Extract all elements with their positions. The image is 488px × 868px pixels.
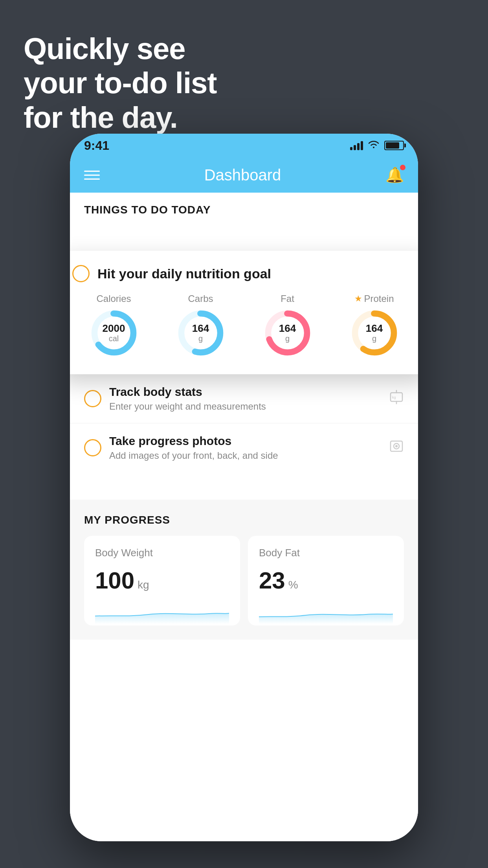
carbs-value: 164 (192, 323, 209, 334)
body-fat-title: Body Fat (259, 547, 393, 559)
things-to-do-label: THINGS TO DO TODAY (70, 193, 418, 223)
photos-subtitle: Add images of your front, back, and side (109, 450, 381, 461)
protein-donut: 164 g (349, 307, 400, 359)
todo-item-photos[interactable]: Take progress photos Add images of your … (70, 423, 418, 472)
body-fat-unit: % (288, 579, 298, 591)
header-title: Dashboard (204, 166, 281, 184)
fat-value: 164 (279, 323, 296, 334)
macro-circles: Calories 2000 cal Carbs (72, 293, 416, 359)
signal-icon (350, 141, 363, 150)
carbs-unit: g (192, 334, 209, 343)
wifi-icon (368, 140, 380, 151)
hamburger-menu-icon[interactable] (84, 171, 100, 180)
fat-label: Fat (281, 293, 294, 304)
body-stats-title: Track body stats (109, 385, 381, 399)
progress-label: MY PROGRESS (84, 514, 404, 526)
scroll-content[interactable]: THINGS TO DO TODAY Hit your daily nutrit… (70, 193, 418, 841)
app-header: Dashboard 🔔 (70, 157, 418, 193)
calories-donut: 2000 cal (88, 307, 139, 359)
body-weight-value: 100 (95, 567, 134, 594)
carbs-label: Carbs (188, 293, 213, 304)
status-time: 9:41 (84, 138, 109, 153)
todo-item-body-stats[interactable]: Track body stats Enter your weight and m… (70, 374, 418, 423)
calories-label: Calories (96, 293, 131, 304)
protein-label-wrap: ★ Protein (354, 293, 394, 304)
body-fat-card: Body Fat 23 % (248, 536, 404, 625)
progress-cards: Body Weight 100 kg (84, 536, 404, 625)
phone-frame: 9:41 Da (70, 134, 418, 841)
notification-badge (400, 165, 405, 170)
star-icon: ★ (354, 294, 362, 304)
notification-bell-icon[interactable]: 🔔 (385, 166, 404, 184)
body-weight-chart (95, 600, 229, 624)
headline: Quickly see your to-do list for the day. (24, 31, 217, 134)
macro-fat: Fat 164 g (262, 293, 313, 359)
fat-donut: 164 g (262, 307, 313, 359)
progress-section: MY PROGRESS Body Weight 100 kg (70, 500, 418, 640)
protein-value: 164 (366, 323, 383, 334)
protein-unit: g (366, 334, 383, 343)
svg-point-14 (395, 445, 398, 447)
carbs-donut: 164 g (175, 307, 226, 359)
macro-calories: Calories 2000 cal (88, 293, 139, 359)
photos-icon (389, 439, 404, 457)
nutrition-radio[interactable] (72, 265, 90, 282)
body-weight-title: Body Weight (95, 547, 229, 559)
svg-text:kg: kg (392, 395, 396, 399)
photos-radio[interactable] (84, 439, 101, 456)
calories-value: 2000 (103, 323, 125, 334)
body-fat-chart (259, 600, 393, 624)
body-stats-radio[interactable] (84, 390, 101, 407)
body-stats-icon: kg (389, 390, 404, 408)
nutrition-card-title: Hit your daily nutrition goal (97, 266, 271, 281)
calories-unit: cal (103, 334, 125, 343)
body-weight-card: Body Weight 100 kg (84, 536, 240, 625)
status-bar: 9:41 (70, 134, 418, 157)
status-icons (350, 140, 404, 151)
photos-title: Take progress photos (109, 434, 381, 448)
battery-icon (384, 141, 404, 150)
macro-protein: ★ Protein 164 g (349, 293, 400, 359)
nutrition-card: Hit your daily nutrition goal Calories 2… (70, 251, 418, 374)
macro-carbs: Carbs 164 g (175, 293, 226, 359)
body-stats-subtitle: Enter your weight and measurements (109, 401, 381, 412)
protein-label: Protein (364, 293, 394, 304)
body-weight-unit: kg (138, 579, 149, 591)
fat-unit: g (279, 334, 296, 343)
body-fat-value: 23 (259, 567, 285, 594)
